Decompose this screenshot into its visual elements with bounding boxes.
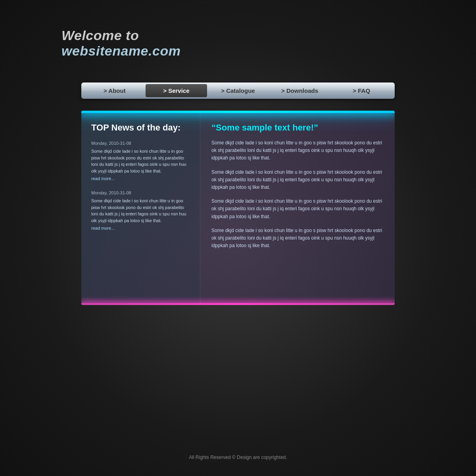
sample-para-0: Some dkjd cide lade i so koni chun litte… [211,139,384,162]
read-more-1[interactable]: read more... [91,226,190,230]
header: Welcome to websitename.com [61,28,180,59]
site-name: websitename.com [61,43,180,59]
right-column: “Some sample text here!” Some dkjd cide … [200,111,395,305]
nav-item-about[interactable]: > About [84,84,146,97]
news-title: TOP News of the day: [91,123,190,133]
sample-title: “Some sample text here!” [211,123,384,133]
news-date-0: Monday, 2010-31-08 [91,141,190,146]
left-column: TOP News of the day: Monday, 2010-31-08S… [81,111,200,305]
nav-item-catalogue[interactable]: > Catalogue [207,84,269,97]
news-body-1: Some dkjd cide lade i so koni chun litte… [91,198,190,224]
sample-para-2: Some dkjd cide lade i so koni chun litte… [211,198,384,221]
news-date-1: Monday, 2010-31-08 [91,190,190,195]
main-content: TOP News of the day: Monday, 2010-31-08S… [81,111,395,305]
footer: All Rights Reserved © Design are copyrig… [189,455,287,476]
navigation: > About> Service> Catalogue> Downloads> … [81,83,395,99]
sample-para-1: Some dkjd cide lade i so koni chun litte… [211,169,384,192]
read-more-0[interactable]: read more... [91,176,190,181]
news-body-0: Some dkjd cide lade i so koni chun litte… [91,148,190,174]
sample-para-3: Some dkjd cide lade i so koni chun litte… [211,227,384,250]
nav-item-service[interactable]: > Service [146,84,207,97]
copyright: All Rights Reserved © Design are copyrig… [189,455,287,460]
welcome-line1: Welcome to [61,28,180,43]
nav-item-faq[interactable]: > FAQ [330,84,392,97]
nav-item-downloads[interactable]: > Downloads [269,84,331,97]
